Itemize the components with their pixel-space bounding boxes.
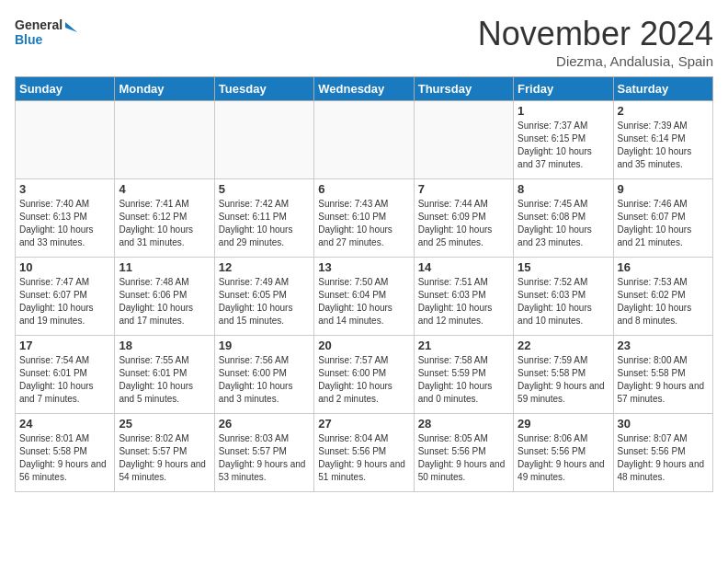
day-number: 26 [219,417,310,431]
calendar-cell: 9Sunrise: 7:46 AM Sunset: 6:07 PM Daylig… [613,179,712,258]
calendar-cell: 11Sunrise: 7:48 AM Sunset: 6:06 PM Dayli… [115,258,214,336]
cell-info: Sunrise: 7:55 AM Sunset: 6:01 PM Dayligh… [119,354,210,406]
calendar-cell [16,101,115,179]
cell-info: Sunrise: 7:43 AM Sunset: 6:10 PM Dayligh… [318,198,409,249]
day-number: 10 [19,260,110,274]
cell-info: Sunrise: 7:57 AM Sunset: 6:00 PM Dayligh… [318,354,409,406]
day-number: 27 [318,417,409,431]
cell-info: Sunrise: 7:53 AM Sunset: 6:02 PM Dayligh… [618,276,709,327]
calendar-cell: 29Sunrise: 8:06 AM Sunset: 5:56 PM Dayli… [514,414,613,492]
day-number: 19 [219,339,310,352]
day-number: 18 [119,339,210,352]
calendar-cell: 21Sunrise: 7:58 AM Sunset: 5:59 PM Dayli… [414,336,513,414]
day-number: 4 [119,182,210,196]
day-number: 15 [518,260,609,274]
calendar-cell: 8Sunrise: 7:45 AM Sunset: 6:08 PM Daylig… [514,179,613,258]
cell-info: Sunrise: 7:54 AM Sunset: 6:01 PM Dayligh… [19,354,110,406]
cell-info: Sunrise: 7:45 AM Sunset: 6:08 PM Dayligh… [518,198,609,249]
calendar-cell: 23Sunrise: 8:00 AM Sunset: 5:58 PM Dayli… [613,336,712,414]
svg-text:Blue: Blue [15,32,43,47]
calendar-cell: 1Sunrise: 7:37 AM Sunset: 6:15 PM Daylig… [514,101,613,179]
svg-text:General: General [15,17,63,32]
calendar-cell [115,101,214,179]
day-number: 14 [418,260,509,274]
calendar-week-row: 17Sunrise: 7:54 AM Sunset: 6:01 PM Dayli… [16,336,713,414]
calendar-cell: 24Sunrise: 8:01 AM Sunset: 5:58 PM Dayli… [16,414,115,492]
cell-info: Sunrise: 7:51 AM Sunset: 6:03 PM Dayligh… [418,276,509,327]
day-number: 20 [318,339,409,352]
weekday-header: Tuesday [214,77,313,101]
calendar-cell: 12Sunrise: 7:49 AM Sunset: 6:05 PM Dayli… [214,258,313,336]
cell-info: Sunrise: 7:44 AM Sunset: 6:09 PM Dayligh… [418,198,509,249]
cell-info: Sunrise: 7:37 AM Sunset: 6:15 PM Dayligh… [518,120,609,171]
weekday-header: Monday [115,77,214,101]
day-number: 29 [518,417,609,431]
svg-marker-2 [65,22,77,32]
cell-info: Sunrise: 7:56 AM Sunset: 6:00 PM Dayligh… [219,354,310,406]
cell-info: Sunrise: 8:02 AM Sunset: 5:57 PM Dayligh… [119,432,210,484]
calendar-week-row: 10Sunrise: 7:47 AM Sunset: 6:07 PM Dayli… [16,258,713,336]
month-title: November 2024 [478,15,713,53]
cell-info: Sunrise: 7:47 AM Sunset: 6:07 PM Dayligh… [19,276,110,327]
cell-info: Sunrise: 7:59 AM Sunset: 5:58 PM Dayligh… [518,354,609,406]
weekday-header: Thursday [414,77,513,101]
day-number: 7 [418,182,509,196]
calendar-cell: 13Sunrise: 7:50 AM Sunset: 6:04 PM Dayli… [314,258,414,336]
day-number: 5 [219,182,310,196]
cell-info: Sunrise: 7:46 AM Sunset: 6:07 PM Dayligh… [618,198,709,249]
weekday-header: Wednesday [314,77,414,101]
weekday-header: Sunday [16,77,115,101]
calendar-cell [214,101,313,179]
day-number: 13 [318,260,409,274]
calendar-cell: 6Sunrise: 7:43 AM Sunset: 6:10 PM Daylig… [314,179,414,258]
cell-info: Sunrise: 8:03 AM Sunset: 5:57 PM Dayligh… [219,432,310,484]
cell-info: Sunrise: 8:06 AM Sunset: 5:56 PM Dayligh… [518,432,609,484]
calendar-cell: 28Sunrise: 8:05 AM Sunset: 5:56 PM Dayli… [414,414,513,492]
calendar-cell: 17Sunrise: 7:54 AM Sunset: 6:01 PM Dayli… [16,336,115,414]
cell-info: Sunrise: 7:42 AM Sunset: 6:11 PM Dayligh… [219,198,310,249]
day-number: 9 [618,182,709,196]
logo: GeneralBlue [15,15,79,50]
title-block: November 2024 Diezma, Andalusia, Spain [478,15,713,69]
day-number: 6 [318,182,409,196]
calendar-cell: 27Sunrise: 8:04 AM Sunset: 5:56 PM Dayli… [314,414,414,492]
day-number: 21 [418,339,509,352]
cell-info: Sunrise: 7:50 AM Sunset: 6:04 PM Dayligh… [318,276,409,327]
cell-info: Sunrise: 8:04 AM Sunset: 5:56 PM Dayligh… [318,432,409,484]
day-number: 11 [119,260,210,274]
location-title: Diezma, Andalusia, Spain [478,53,713,69]
cell-info: Sunrise: 7:41 AM Sunset: 6:12 PM Dayligh… [119,198,210,249]
calendar-cell: 5Sunrise: 7:42 AM Sunset: 6:11 PM Daylig… [214,179,313,258]
calendar-cell: 14Sunrise: 7:51 AM Sunset: 6:03 PM Dayli… [414,258,513,336]
day-number: 16 [618,260,709,274]
weekday-header: Saturday [613,77,712,101]
calendar-week-row: 24Sunrise: 8:01 AM Sunset: 5:58 PM Dayli… [16,414,713,492]
day-number: 24 [19,417,110,431]
calendar-cell: 7Sunrise: 7:44 AM Sunset: 6:09 PM Daylig… [414,179,513,258]
cell-info: Sunrise: 8:05 AM Sunset: 5:56 PM Dayligh… [418,432,509,484]
cell-info: Sunrise: 8:01 AM Sunset: 5:58 PM Dayligh… [19,432,110,484]
day-number: 30 [618,417,709,431]
logo-svg: GeneralBlue [15,15,79,50]
cell-info: Sunrise: 7:48 AM Sunset: 6:06 PM Dayligh… [119,276,210,327]
cell-info: Sunrise: 7:58 AM Sunset: 5:59 PM Dayligh… [418,354,509,406]
cell-info: Sunrise: 7:39 AM Sunset: 6:14 PM Dayligh… [618,120,709,171]
weekday-header: Friday [514,77,613,101]
calendar-cell: 16Sunrise: 7:53 AM Sunset: 6:02 PM Dayli… [613,258,712,336]
day-number: 8 [518,182,609,196]
calendar-cell: 3Sunrise: 7:40 AM Sunset: 6:13 PM Daylig… [16,179,115,258]
day-number: 25 [119,417,210,431]
calendar-cell: 18Sunrise: 7:55 AM Sunset: 6:01 PM Dayli… [115,336,214,414]
calendar-cell: 19Sunrise: 7:56 AM Sunset: 6:00 PM Dayli… [214,336,313,414]
calendar-cell: 15Sunrise: 7:52 AM Sunset: 6:03 PM Dayli… [514,258,613,336]
day-number: 1 [518,104,609,118]
day-number: 3 [19,182,110,196]
cell-info: Sunrise: 7:52 AM Sunset: 6:03 PM Dayligh… [518,276,609,327]
calendar-cell: 2Sunrise: 7:39 AM Sunset: 6:14 PM Daylig… [613,101,712,179]
calendar-week-row: 3Sunrise: 7:40 AM Sunset: 6:13 PM Daylig… [16,179,713,258]
cell-info: Sunrise: 7:49 AM Sunset: 6:05 PM Dayligh… [219,276,310,327]
calendar-cell: 10Sunrise: 7:47 AM Sunset: 6:07 PM Dayli… [16,258,115,336]
day-number: 12 [219,260,310,274]
day-number: 22 [518,339,609,352]
calendar-cell: 20Sunrise: 7:57 AM Sunset: 6:00 PM Dayli… [314,336,414,414]
